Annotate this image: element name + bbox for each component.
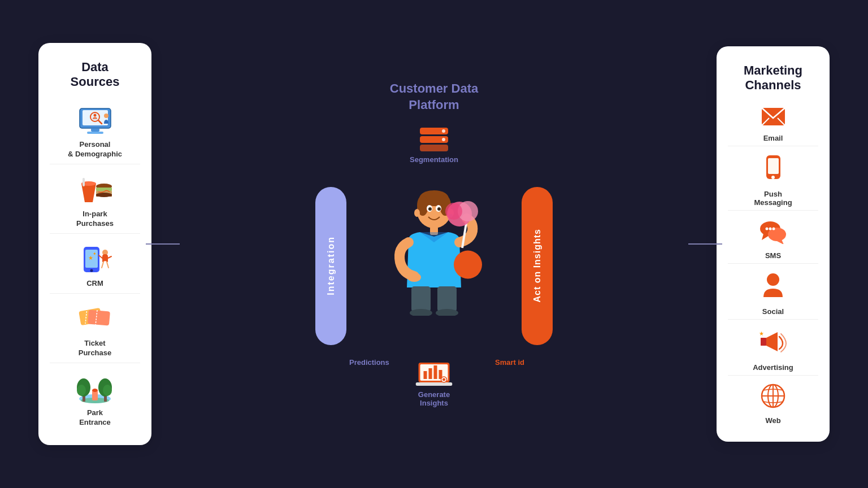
svg-point-53 [437,207,441,211]
svg-point-76 [442,378,445,381]
svg-line-20 [108,256,111,258]
svg-rect-70 [416,382,453,386]
svg-rect-73 [434,365,437,379]
svg-rect-3 [87,132,103,134]
svg-point-88 [769,227,772,230]
channel-sms: SMS [728,215,818,264]
inpark-icon [77,173,114,207]
email-label: Email [763,134,783,142]
cdp-area: Customer Data Platform Segmentation Inte… [174,46,694,442]
web-label: Web [765,416,780,425]
svg-point-14 [96,193,112,197]
integration-label: Integration [326,236,336,295]
channel-social: Social [728,268,818,320]
left-connector [146,243,180,245]
svg-point-82 [771,176,775,179]
svg-point-38 [92,389,98,392]
svg-rect-63 [406,273,418,278]
svg-rect-65 [437,286,457,312]
svg-point-61 [445,203,462,220]
segmentation-label: Segmentation [410,155,458,164]
source-inpark: In-park Purchases [50,169,140,234]
source-park: Park Entrance [50,368,140,432]
svg-point-89 [772,227,775,230]
svg-rect-2 [91,128,99,132]
source-crm: ★ ✦ CRM [50,238,140,294]
source-ticket: Ticket Purchase [50,298,140,363]
svg-point-90 [767,273,779,286]
social-icon [761,272,786,305]
svg-rect-64 [411,286,431,312]
svg-rect-81 [768,158,779,174]
svg-rect-11 [96,188,112,191]
svg-point-87 [766,227,769,230]
act-label: Act on Insights [532,229,542,303]
channel-web: Web [728,380,818,428]
svg-point-17 [90,269,93,272]
svg-line-21 [102,262,103,268]
channel-advertising: ★ Advertising [728,324,818,376]
svg-rect-72 [429,368,432,379]
svg-point-42 [442,129,445,133]
email-icon [761,107,786,132]
park-label: Park Entrance [79,408,111,428]
channel-push: Push Messaging [728,151,818,211]
svg-point-6 [93,114,96,116]
marketing-channels-card: Marketing Channels Email [717,46,830,442]
orange-blob [454,250,482,278]
svg-point-52 [428,207,432,211]
park-icon [77,372,114,406]
integration-pill: Integration [315,187,346,345]
data-sources-title: Data Sources [71,60,120,90]
act-on-insights-pill: Act on Insights [522,187,553,345]
personal-label: Personal & Demographic [68,140,122,159]
svg-line-22 [107,262,108,268]
predictions-label: Predictions [349,358,389,367]
advertising-label: Advertising [753,363,793,372]
cdp-title: Customer Data Platform [390,81,478,113]
svg-rect-27 [87,310,110,326]
advertising-icon: ★ [758,328,789,361]
svg-rect-91 [761,338,766,346]
crm-icon: ★ ✦ [77,243,114,277]
data-sources-card: Data Sources [38,43,151,446]
push-label: Push Messaging [754,190,792,207]
personal-icon [77,104,114,138]
social-label: Social [762,307,784,316]
sms-icon [759,219,787,249]
push-icon [763,154,783,188]
sms-label: SMS [765,251,781,260]
svg-rect-41 [420,145,448,151]
svg-point-54 [414,209,420,217]
main-container: Data Sources [38,24,830,464]
crm-label: CRM [86,279,103,289]
right-connector [688,243,722,245]
generate-insights-module: Generate Insights [416,360,453,407]
svg-point-7 [104,114,108,118]
inpark-label: In-park Purchases [76,210,114,229]
generate-insights-label: Generate Insights [418,390,450,407]
segmentation-module: Segmentation [410,125,458,164]
smartid-label: Smart id [495,358,524,367]
web-icon [761,384,786,414]
marketing-channels-title: Marketing Channels [744,63,802,93]
svg-point-36 [103,385,112,396]
svg-rect-71 [424,371,427,379]
svg-point-43 [442,138,445,141]
source-personal: Personal & Demographic [50,99,140,164]
ticket-label: Ticket Purchase [79,339,112,358]
cdp-inner: Segmentation Integration Act on Insights [293,125,575,407]
svg-text:★: ★ [759,330,764,337]
svg-text:✦: ✦ [93,251,97,256]
ticket-icon [77,303,114,337]
svg-rect-9 [83,178,85,186]
channel-email: Email [728,103,818,146]
svg-point-33 [77,385,86,396]
